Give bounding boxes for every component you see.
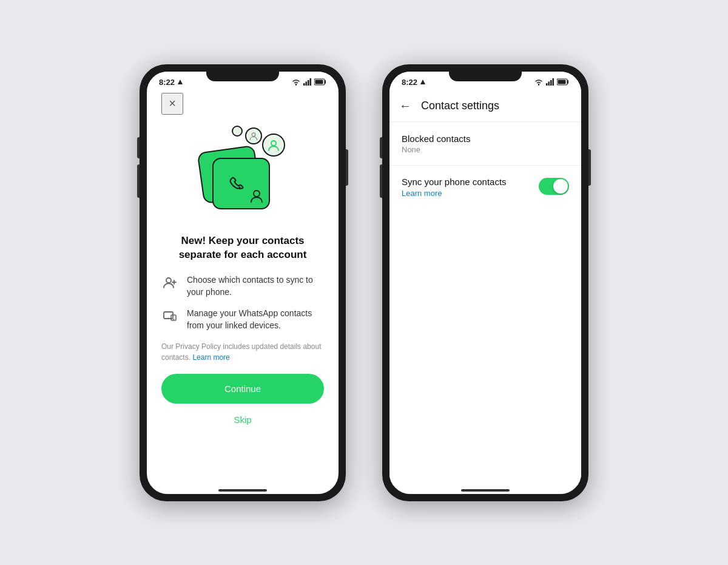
- devices-icon: [161, 308, 178, 325]
- svg-rect-19: [548, 82, 550, 86]
- skip-button[interactable]: Skip: [161, 411, 324, 428]
- contact-settings-screen: ← Contact settings Blocked contacts None…: [389, 90, 581, 485]
- blocked-contacts-row[interactable]: Blocked contacts None: [389, 123, 581, 166]
- power-button: [346, 149, 348, 186]
- power-button-2: [588, 149, 591, 186]
- toggle-knob: [553, 179, 568, 194]
- svg-rect-20: [550, 80, 552, 86]
- feature-2-text: Manage your WhatsApp contacts from your …: [187, 308, 324, 331]
- volume-up-button: [137, 137, 140, 158]
- illustration-area: [161, 112, 324, 234]
- signal-icon-2: [546, 78, 554, 86]
- person-bubble-2: [249, 131, 258, 141]
- svg-rect-4: [310, 78, 312, 86]
- wifi-icon-2: [534, 78, 544, 86]
- bubble-1: [262, 134, 285, 157]
- svg-rect-21: [553, 78, 554, 86]
- volume-down-button-2: [380, 164, 382, 198]
- settings-content: Blocked contacts None Sync your phone co…: [389, 123, 581, 485]
- svg-rect-3: [308, 80, 309, 86]
- time-label: 8:22: [159, 78, 175, 87]
- svg-point-16: [168, 317, 169, 319]
- learn-more-link-2[interactable]: Learn more: [402, 189, 539, 198]
- battery-icon: [314, 78, 326, 86]
- back-button[interactable]: ←: [399, 99, 411, 113]
- sync-contacts-text: Sync your phone contacts Learn more: [402, 177, 539, 198]
- battery-icon-2: [557, 78, 569, 86]
- sync-contacts-row: Sync your phone contacts Learn more: [389, 166, 581, 209]
- svg-rect-1: [303, 83, 305, 86]
- svg-point-8: [271, 141, 276, 146]
- sync-contacts-label: Sync your phone contacts: [402, 177, 539, 187]
- status-bar-1: 8:22: [147, 72, 339, 90]
- wifi-icon: [291, 78, 301, 86]
- notification-icon-2: [420, 79, 426, 85]
- status-icons-1: [291, 78, 326, 86]
- signal-icon: [303, 78, 312, 86]
- svg-point-7: [254, 191, 260, 197]
- bubble-3: [232, 126, 243, 137]
- person-bubble-1: [267, 138, 280, 152]
- blocked-contacts-value: None: [402, 145, 569, 154]
- continue-button[interactable]: Continue: [161, 374, 324, 404]
- status-bar-2: 8:22: [389, 72, 581, 90]
- phone-2: 8:22: [382, 64, 588, 501]
- home-indicator-2: [461, 489, 510, 492]
- phones-container: 8:22: [140, 64, 588, 501]
- svg-point-9: [252, 132, 255, 136]
- person-on-card: [248, 188, 265, 205]
- svg-rect-23: [558, 80, 566, 84]
- phone-icon-2: [223, 171, 247, 195]
- status-time-1: 8:22: [159, 78, 183, 87]
- onboard-title: New! Keep your contacts separate for eac…: [161, 234, 324, 263]
- phone-1-screen: 8:22: [147, 72, 339, 494]
- svg-marker-0: [178, 80, 183, 84]
- home-indicator-1: [218, 489, 267, 492]
- bubble-2: [245, 127, 262, 144]
- volume-up-button-2: [380, 137, 382, 158]
- feature-1-text: Choose which contacts to sync to your ph…: [187, 274, 324, 298]
- learn-more-link-1[interactable]: Learn more: [192, 353, 229, 362]
- contacts-illustration: [194, 130, 291, 222]
- svg-rect-18: [546, 83, 548, 86]
- svg-rect-2: [306, 82, 308, 86]
- feature-list: Choose which contacts to sync to your ph…: [161, 274, 324, 331]
- feature-item-2: Manage your WhatsApp contacts from your …: [161, 308, 324, 331]
- phone-1: 8:22: [140, 64, 346, 501]
- svg-point-10: [166, 278, 171, 283]
- person-add-icon: [161, 274, 178, 291]
- settings-header: ← Contact settings: [389, 90, 581, 122]
- privacy-note: Our Privacy Policy includes updated deta…: [161, 341, 324, 363]
- volume-down-button: [137, 164, 140, 198]
- svg-marker-17: [420, 80, 425, 84]
- close-button[interactable]: ×: [161, 93, 183, 115]
- card-front: [212, 158, 270, 209]
- status-icons-2: [534, 78, 569, 86]
- time-label-2: 8:22: [402, 78, 417, 87]
- feature-item-1: Choose which contacts to sync to your ph…: [161, 274, 324, 298]
- status-time-2: 8:22: [402, 78, 426, 87]
- settings-title: Contact settings: [421, 100, 499, 112]
- sync-toggle[interactable]: [539, 178, 569, 195]
- phone-2-screen: 8:22: [389, 72, 581, 494]
- svg-rect-6: [315, 80, 323, 84]
- onboarding-screen: ×: [147, 90, 339, 485]
- notification-icon: [177, 79, 183, 85]
- blocked-contacts-label: Blocked contacts: [402, 134, 569, 144]
